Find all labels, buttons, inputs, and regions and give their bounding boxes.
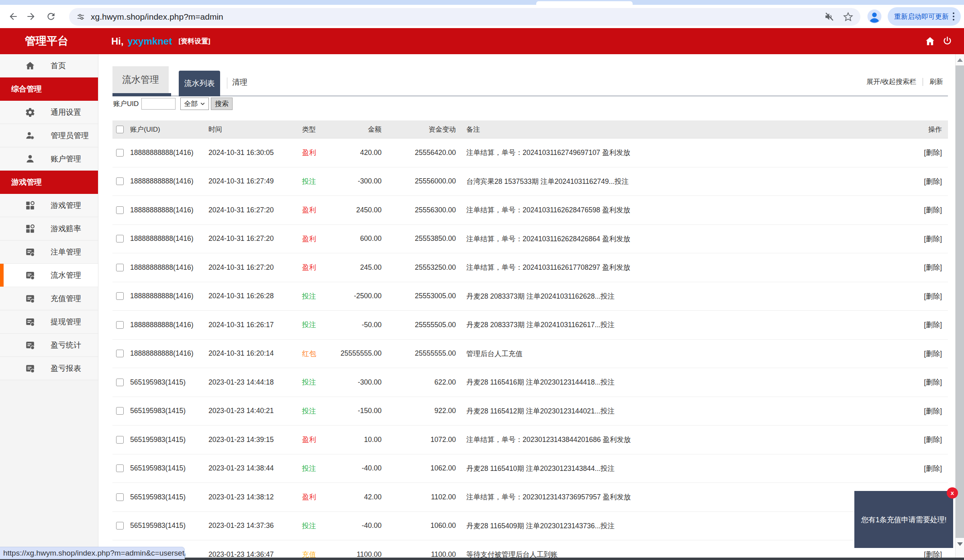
sidebar-item[interactable]: 通用设置: [0, 101, 98, 124]
sidebar-item[interactable]: 流水管理: [0, 264, 98, 287]
avatar-icon[interactable]: [867, 9, 882, 24]
row-type: 投注: [302, 521, 334, 531]
home-icon: [25, 61, 35, 71]
row-account: 565195983(1415): [130, 407, 208, 415]
row-checkbox[interactable]: [116, 493, 124, 501]
type-filter-select[interactable]: 全部: [180, 98, 209, 110]
row-checkbox[interactable]: [116, 350, 124, 357]
sidebar-item[interactable]: 账户管理: [0, 147, 98, 171]
sidebar-item[interactable]: 游戏赔率: [0, 217, 98, 240]
col-amount: 金额: [334, 125, 382, 134]
row-delete-link[interactable]: [删除]: [924, 149, 942, 157]
row-change: 25556000.00: [382, 177, 456, 185]
table-row: 18888888888(1416)2024-10-31 16:27:20盈利60…: [112, 225, 948, 254]
row-delete-link[interactable]: [删除]: [924, 436, 942, 444]
row-account: 565195983(1415): [130, 464, 208, 472]
power-icon[interactable]: [942, 36, 953, 47]
close-icon[interactable]: x: [947, 487, 958, 499]
row-delete-link[interactable]: [删除]: [924, 263, 942, 271]
grid-icon: [25, 200, 35, 211]
row-delete-link[interactable]: [删除]: [924, 177, 942, 185]
row-change: 922.00: [382, 407, 456, 415]
search-button[interactable]: 搜索: [211, 98, 233, 110]
row-delete-link[interactable]: [删除]: [924, 206, 942, 214]
row-checkbox[interactable]: [116, 321, 124, 329]
row-type: 投注: [302, 464, 334, 473]
row-account: 18888888888(1416): [130, 292, 208, 300]
sidebar-item[interactable]: 盈亏报表: [0, 357, 98, 380]
sidebar-item[interactable]: 盈亏统计: [0, 334, 98, 357]
report-icon: [25, 317, 35, 327]
search-label: 账户UID: [113, 99, 139, 108]
row-checkbox[interactable]: [116, 379, 124, 386]
active-tab-notch: [536, 1, 633, 5]
row-type: 投注: [302, 291, 334, 301]
row-time: 2024-10-31 16:27:20: [208, 263, 302, 272]
forward-icon[interactable]: [25, 10, 37, 22]
row-remark: 丹麦28 2083373期 注单20241031162628...投注: [466, 291, 864, 301]
scroll-down-arrow-icon[interactable]: [957, 542, 963, 546]
row-account: 18888888888(1416): [130, 321, 208, 329]
row-type: 盈利: [302, 492, 334, 502]
home-icon[interactable]: [925, 36, 935, 47]
refresh-link[interactable]: 刷新: [929, 77, 943, 86]
table-row: 565195983(1415)2023-01-23 14:40:21投注-150…: [112, 397, 948, 426]
mute-icon[interactable]: [824, 12, 834, 22]
report-icon: [25, 293, 35, 304]
row-delete-link[interactable]: [删除]: [924, 464, 942, 472]
scroll-up-arrow-icon[interactable]: [957, 58, 963, 62]
sidebar-item[interactable]: 游戏管理: [0, 194, 98, 217]
row-remark: 丹麦28 2083373期 注单20241031162617...投注: [466, 320, 864, 330]
profile-settings-link[interactable]: [资料设置]: [178, 37, 210, 46]
row-delete-link[interactable]: [删除]: [924, 235, 942, 243]
report-icon: [25, 363, 35, 374]
row-delete-link[interactable]: [删除]: [924, 292, 942, 300]
row-checkbox[interactable]: [116, 407, 124, 415]
scrollbar-thumb[interactable]: [956, 65, 964, 538]
browser-update-button[interactable]: 重新启动即可更新: [888, 7, 961, 26]
row-checkbox[interactable]: [116, 522, 124, 529]
row-change: 25556300.00: [382, 206, 456, 214]
row-remark: 丹麦28 1165409期 注单20230123143736...投注: [466, 521, 864, 531]
row-checkbox[interactable]: [116, 206, 124, 214]
browser-toolbar: xg.hwym.shop/index.php?m=admin 重新启动即可更新: [0, 5, 964, 28]
row-remark: 管理后台人工充值: [466, 349, 864, 358]
sidebar-item[interactable]: 提现管理: [0, 310, 98, 334]
tab-flow-list[interactable]: 流水列表: [179, 71, 220, 96]
row-checkbox[interactable]: [116, 464, 124, 472]
back-icon[interactable]: [7, 10, 19, 22]
sidebar-item[interactable]: 充值管理: [0, 287, 98, 310]
row-checkbox[interactable]: [116, 235, 124, 242]
row-delete-link[interactable]: [删除]: [924, 378, 942, 386]
sidebar-item[interactable]: 首页: [0, 54, 98, 77]
row-account: 18888888888(1416): [130, 234, 208, 243]
url-bar[interactable]: xg.hwym.shop/index.php?m=admin: [69, 8, 860, 26]
row-checkbox[interactable]: [116, 292, 124, 300]
row-checkbox[interactable]: [116, 149, 124, 157]
row-time: 2024-10-31 16:26:17: [208, 321, 302, 329]
row-account: 565195983(1415): [130, 521, 208, 530]
tab-clean[interactable]: 清理: [232, 76, 247, 88]
select-all-checkbox[interactable]: [116, 126, 124, 133]
row-remark: 台湾宾果28 1537533期 注单20241031162749...投注: [466, 177, 864, 186]
uid-search-input[interactable]: [141, 98, 176, 110]
star-icon[interactable]: [843, 12, 853, 22]
row-delete-link[interactable]: [删除]: [924, 407, 942, 415]
row-checkbox[interactable]: [116, 264, 124, 271]
row-amount: 600.00: [334, 234, 382, 243]
site-info-icon[interactable]: [76, 12, 85, 21]
row-time: 2023-01-23 14:44:18: [208, 378, 302, 387]
menu-dots-icon[interactable]: [953, 12, 954, 20]
table-row: 18888888888(1416)2024-10-31 16:27:20盈利24…: [112, 196, 948, 225]
row-checkbox[interactable]: [116, 436, 124, 444]
toggle-search-link[interactable]: 展开/收起搜索栏: [866, 77, 916, 86]
row-delete-link[interactable]: [删除]: [924, 350, 942, 358]
sidebar-item[interactable]: 注单管理: [0, 240, 98, 264]
reload-icon[interactable]: [45, 10, 57, 22]
vertical-scrollbar[interactable]: [955, 54, 964, 560]
row-delete-link[interactable]: [删除]: [924, 321, 942, 329]
sidebar-item[interactable]: 管理员管理: [0, 124, 98, 147]
row-account: 18888888888(1416): [130, 177, 208, 185]
row-time: 2023-01-23 14:40:21: [208, 407, 302, 415]
row-checkbox[interactable]: [116, 177, 124, 185]
